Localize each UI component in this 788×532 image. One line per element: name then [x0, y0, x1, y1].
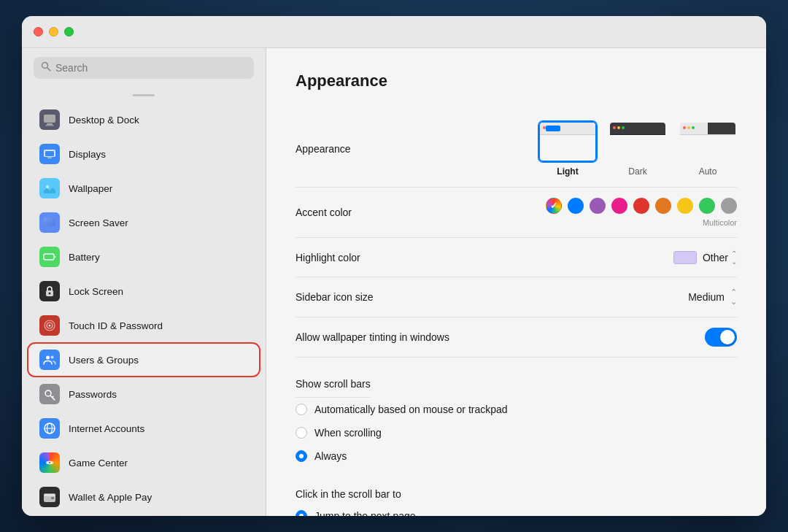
accent-color-label: Accent color [296, 207, 485, 218]
accent-sublabel: Multicolor [703, 218, 737, 227]
accent-dot-pink[interactable] [611, 198, 627, 214]
sidebar-icon-size-row: Sidebar icon size Medium ⌃⌄ [296, 277, 737, 317]
search-input[interactable] [55, 62, 247, 74]
maximize-button[interactable] [64, 27, 74, 36]
appearance-thumb-dark[interactable] [609, 121, 667, 162]
scroll-auto-radio[interactable] [296, 404, 307, 415]
appearance-options: Light [538, 121, 737, 177]
sidebar-icon-size-dropdown[interactable]: Medium ⌃⌄ [688, 288, 737, 307]
sidebar-item-users-groups[interactable]: Users & Groups [28, 343, 260, 377]
sidebar-item-battery[interactable]: Battery [28, 240, 260, 274]
highlight-color-dropdown[interactable]: Other ⌃⌄ [703, 250, 737, 266]
svg-point-17 [49, 293, 51, 295]
battery-icon [39, 247, 60, 267]
lockscreen-label: Lock Screen [69, 286, 123, 297]
appearance-option-light[interactable]: Light [538, 121, 597, 177]
appearance-option-auto[interactable]: Auto [679, 121, 737, 177]
accent-colors-group: Multicolor [546, 198, 737, 227]
show-scroll-bars-section: Show scroll bars Automatically based on … [296, 358, 737, 468]
svg-rect-32 [44, 493, 55, 496]
sidebar-item-displays[interactable]: Displays [28, 137, 260, 171]
svg-rect-14 [55, 256, 56, 258]
svg-point-21 [46, 356, 50, 360]
appearance-thumb-light[interactable] [538, 121, 597, 162]
svg-rect-12 [47, 227, 52, 228]
jump-next-page-radio[interactable] [296, 510, 307, 516]
appearance-row: Appearance [296, 111, 737, 188]
detail-panel: Appearance Appearance [266, 48, 766, 516]
internet-accounts-icon [39, 418, 60, 439]
battery-label: Battery [69, 252, 100, 263]
click-scroll-bar-label: Click in the scroll bar to [296, 478, 401, 504]
scroll-indicator [28, 88, 260, 102]
svg-rect-33 [51, 497, 54, 499]
scroll-when-scrolling-option[interactable]: When scrolling [296, 421, 737, 444]
svg-rect-2 [44, 115, 55, 123]
accent-dot-blue[interactable] [568, 198, 584, 214]
users-icon [39, 350, 60, 370]
sidebar-item-game-center[interactable]: Game Center [28, 446, 260, 479]
accent-dot-multicolor[interactable] [546, 198, 562, 214]
wallpaper-tinting-row: Allow wallpaper tinting in windows [296, 317, 737, 358]
accent-dot-graphite[interactable] [721, 198, 737, 214]
highlight-color-value: Other [703, 252, 728, 263]
sidebar-item-internet-accounts[interactable]: Internet Accounts [28, 412, 260, 445]
accent-dot-green[interactable] [699, 198, 715, 214]
scroll-always-label: Always [314, 450, 347, 462]
accent-color-control: Multicolor [485, 198, 737, 227]
sidebar-item-wallpaper[interactable]: Wallpaper [28, 171, 260, 205]
scroll-always-radio[interactable] [296, 450, 307, 462]
sidebar-item-desktop-dock[interactable]: Desktop & Dock [28, 103, 260, 136]
appearance-thumb-auto[interactable] [679, 121, 737, 162]
screensaver-icon [39, 212, 60, 233]
appearance-control: Light [485, 121, 737, 177]
scroll-auto-label: Automatically based on mouse or trackpad [314, 404, 508, 415]
traffic-lights [34, 27, 74, 36]
sidebar-icon-size-label: Sidebar icon size [296, 291, 485, 303]
appearance-name-auto: Auto [699, 166, 717, 177]
search-bar[interactable] [34, 57, 254, 79]
screensaver-label: Screen Saver [69, 217, 128, 228]
sidebar: Desktop & Dock Displays [22, 48, 266, 516]
highlight-color-control: Other ⌃⌄ [485, 250, 737, 266]
sidebar-item-touch-id[interactable]: Touch ID & Password [28, 309, 260, 342]
title-bar [22, 16, 766, 48]
jump-next-page-option[interactable]: Jump to the next page [296, 504, 737, 516]
accent-dot-yellow[interactable] [677, 198, 693, 214]
passwords-label: Passwords [69, 389, 117, 400]
displays-label: Displays [69, 149, 106, 160]
main-content: Desktop & Dock Displays [22, 48, 766, 516]
appearance-name-dark: Dark [628, 166, 646, 177]
close-button[interactable] [34, 27, 43, 36]
scroll-bar-radio-group: Automatically based on mouse or trackpad… [296, 398, 737, 468]
sidebar-item-passwords[interactable]: Passwords [28, 377, 260, 411]
click-scroll-bar-section: Click in the scroll bar to Jump to the n… [296, 468, 737, 516]
highlight-color-picker[interactable]: Other ⌃⌄ [673, 250, 737, 266]
svg-line-25 [53, 396, 54, 398]
accent-dot-red[interactable] [633, 198, 649, 214]
accent-dot-purple[interactable] [590, 198, 606, 214]
desktop-dock-icon [39, 109, 60, 130]
appearance-option-dark[interactable]: Dark [609, 121, 667, 177]
sidebar-scroll[interactable]: Desktop & Dock Displays [22, 88, 266, 516]
sidebar-item-lock-screen[interactable]: Lock Screen [28, 274, 260, 308]
wallpaper-tinting-toggle[interactable] [705, 328, 737, 347]
scroll-auto-option[interactable]: Automatically based on mouse or trackpad [296, 398, 737, 421]
sidebar-icon-size-control: Medium ⌃⌄ [485, 288, 737, 307]
svg-line-24 [50, 396, 55, 400]
accent-color-row: Accent color [296, 188, 737, 238]
scroll-always-option[interactable]: Always [296, 444, 737, 468]
sidebar-item-screen-saver[interactable]: Screen Saver [28, 206, 260, 239]
touchid-label: Touch ID & Password [69, 320, 163, 331]
highlight-color-row: Highlight color Other ⌃⌄ [296, 238, 737, 277]
svg-rect-7 [47, 158, 52, 159]
svg-line-1 [47, 68, 51, 72]
minimize-button[interactable] [49, 27, 58, 36]
accent-color-dots-row [546, 198, 737, 214]
lockscreen-icon [39, 281, 60, 301]
accent-dot-orange[interactable] [655, 198, 671, 214]
wallpaper-tinting-label: Allow wallpaper tinting in windows [296, 331, 485, 343]
wallet-icon [39, 487, 60, 507]
scroll-when-scrolling-radio[interactable] [296, 427, 307, 439]
sidebar-item-wallet[interactable]: Wallet & Apple Pay [28, 480, 260, 514]
